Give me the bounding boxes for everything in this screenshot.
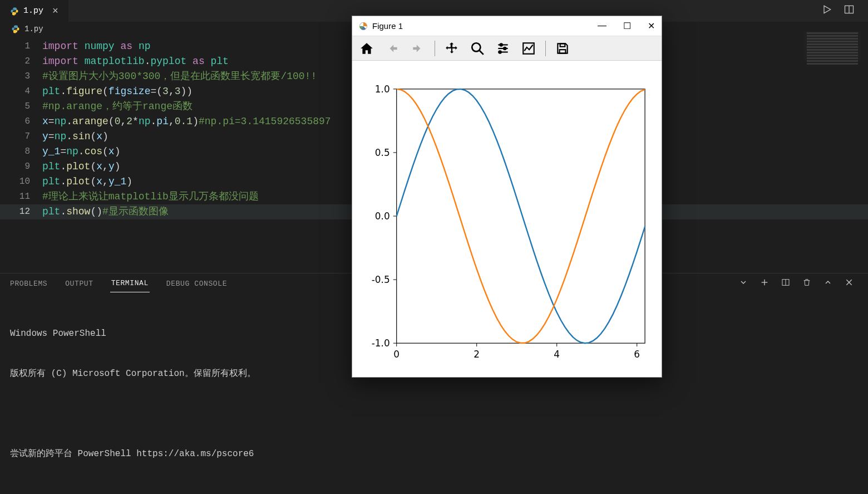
- code-line-content: #理论上来说让matplotlib显示几万条都没问题: [42, 189, 259, 204]
- configure-subplots-icon[interactable]: [494, 40, 512, 57]
- pan-icon[interactable]: [443, 40, 461, 57]
- figure-window-title: Figure 1: [372, 21, 598, 31]
- line-number: 11: [0, 189, 42, 204]
- terminal-trash-icon[interactable]: [802, 278, 811, 290]
- svg-point-13: [500, 43, 502, 46]
- code-line-content: y_1=np.cos(x): [42, 144, 120, 159]
- svg-rect-20: [560, 43, 565, 46]
- breadcrumb-filename: 1.py: [24, 25, 43, 33]
- svg-text:0.0: 0.0: [375, 211, 390, 222]
- terminal-line: 尝试新的跨平台 PowerShell https://aka.ms/pscore…: [10, 447, 858, 461]
- line-number: 12: [0, 204, 42, 219]
- panel-close-icon[interactable]: [845, 278, 854, 290]
- zoom-icon[interactable]: [468, 40, 486, 57]
- line-number: 10: [0, 174, 42, 189]
- panel-maximize-icon[interactable]: [823, 278, 832, 290]
- svg-marker-0: [824, 6, 831, 13]
- panel-actions: [739, 278, 859, 290]
- figure-titlebar[interactable]: Figure 1 — ☐ ✕: [352, 16, 662, 36]
- window-close-icon[interactable]: ✕: [648, 21, 655, 31]
- editor-tab-1py[interactable]: 1.py ×: [0, 0, 68, 22]
- terminal-add-icon[interactable]: [760, 278, 769, 290]
- svg-line-11: [479, 50, 484, 55]
- code-line-content: #设置图片大小为300*300，但是在此函数里长宽都要/100!!: [42, 69, 317, 84]
- line-number: 7: [0, 129, 42, 144]
- svg-point-17: [499, 51, 501, 53]
- line-number: 2: [0, 54, 42, 69]
- run-file-icon[interactable]: [821, 4, 832, 18]
- svg-text:6: 6: [634, 349, 640, 360]
- code-line-content: import matplotlib.pyplot as plt: [42, 54, 229, 69]
- svg-text:1.0: 1.0: [375, 84, 390, 95]
- split-editor-icon[interactable]: [844, 4, 855, 18]
- panel-tab-debug[interactable]: DEBUG CONSOLE: [165, 275, 228, 292]
- svg-text:-0.5: -0.5: [372, 274, 390, 285]
- window-maximize-icon[interactable]: ☐: [623, 21, 631, 31]
- svg-text:0: 0: [393, 349, 400, 360]
- window-minimize-icon[interactable]: —: [598, 21, 606, 31]
- terminal-dropdown-icon[interactable]: [739, 278, 748, 290]
- panel-tab-output[interactable]: OUTPUT: [64, 275, 94, 292]
- matplotlib-app-icon: [359, 22, 368, 31]
- svg-text:-1.0: -1.0: [372, 338, 390, 349]
- back-icon[interactable]: [383, 40, 401, 57]
- line-number: 3: [0, 69, 42, 84]
- line-number: 5: [0, 99, 42, 114]
- editor-title-actions: [821, 4, 868, 18]
- edit-axis-icon[interactable]: [520, 40, 537, 57]
- line-number: 4: [0, 84, 42, 99]
- home-icon[interactable]: [358, 40, 376, 57]
- save-figure-icon[interactable]: [554, 40, 571, 57]
- code-line-content: #np.arange，约等于range函数: [42, 99, 193, 114]
- terminal-split-icon[interactable]: [781, 278, 790, 290]
- code-line-content: plt.figure(figsize=(3,3)): [42, 84, 193, 99]
- code-line-content: plt.plot(x,y_1): [42, 174, 132, 189]
- minimap[interactable]: [805, 31, 860, 61]
- code-line-content: plt.plot(x,y): [42, 159, 121, 174]
- line-number: 8: [0, 144, 42, 159]
- svg-point-10: [472, 43, 480, 51]
- code-line-content: plt.show()#显示函数图像: [42, 204, 169, 219]
- svg-point-15: [504, 47, 506, 49]
- code-line-content: import numpy as np: [42, 39, 150, 54]
- tab-filename: 1.py: [23, 6, 43, 16]
- code-line-content: y=np.sin(x): [42, 129, 108, 144]
- line-number: 6: [0, 114, 42, 129]
- line-number: 1: [0, 39, 42, 54]
- python-file-icon: [10, 7, 19, 16]
- panel-tab-problems[interactable]: PROBLEMS: [9, 275, 48, 292]
- svg-text:0.5: 0.5: [375, 147, 390, 158]
- tab-close-icon[interactable]: ×: [52, 6, 58, 16]
- figure-plot-area[interactable]: -1.0-0.50.00.51.00246: [352, 61, 662, 377]
- svg-rect-21: [397, 89, 645, 343]
- python-file-icon: [11, 25, 20, 33]
- panel-tab-terminal[interactable]: TERMINAL: [110, 275, 150, 292]
- forward-icon[interactable]: [409, 40, 427, 57]
- svg-text:4: 4: [554, 349, 560, 360]
- svg-text:2: 2: [474, 349, 480, 360]
- matplotlib-figure-window[interactable]: Figure 1 — ☐ ✕ -1.0-0.50.00.51.00246: [352, 16, 662, 378]
- figure-toolbar: [352, 36, 662, 61]
- svg-rect-19: [560, 50, 566, 53]
- line-number: 9: [0, 159, 42, 174]
- code-line-content: x=np.arange(0,2*np.pi,0.1)#np.pi=3.14159…: [42, 114, 331, 129]
